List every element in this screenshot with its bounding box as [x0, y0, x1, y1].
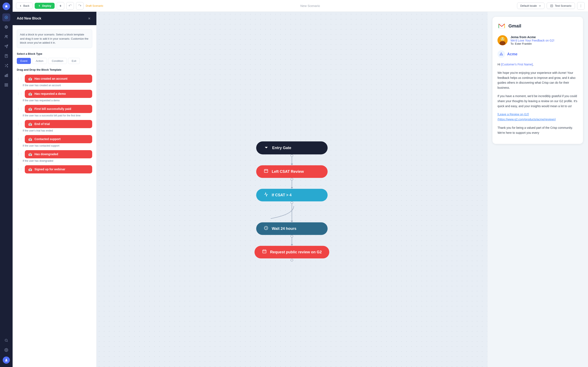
- canvas-flow: Entry Gate Left CSAT Review: [255, 141, 329, 261]
- sidebar: [0, 0, 13, 367]
- canvas[interactable]: Entry Gate Left CSAT Review: [97, 12, 487, 367]
- node-entry-gate[interactable]: Entry Gate: [256, 141, 328, 154]
- block-item-signed-up-webinar[interactable]: 📅 Signed up for webinar: [25, 165, 92, 174]
- calendar-icon-6: 📅: [28, 152, 32, 156]
- lightning-button[interactable]: [57, 2, 64, 10]
- drag-handle-contacted-support[interactable]: ⋮⋮: [17, 137, 23, 141]
- calendar-icon-1: 📅: [28, 77, 32, 81]
- block-hint-has-created-account: If the user has created an account: [23, 84, 92, 87]
- tab-condition[interactable]: Condition: [48, 58, 67, 64]
- locale-selector[interactable]: Default locale: [517, 2, 545, 9]
- connector-3: [291, 201, 293, 222]
- svg-rect-7: [6, 75, 7, 77]
- sender-subject: We'd Love Your Feedback on G2!: [510, 39, 578, 42]
- gmail-logo-icon: [497, 22, 506, 30]
- node-wait-24[interactable]: Wait 24 hours: [256, 222, 328, 235]
- sidebar-item-home[interactable]: [2, 13, 10, 21]
- sidebar-item-users[interactable]: [2, 33, 10, 41]
- sender-info: Jema from Acme We'd Love Your Feedback o…: [510, 35, 578, 45]
- undo-button[interactable]: [66, 2, 74, 10]
- more-options-button[interactable]: [577, 2, 585, 10]
- connector-2: [291, 178, 293, 189]
- svg-point-30: [501, 54, 502, 55]
- node-entry-label: Entry Gate: [272, 146, 291, 150]
- review-link[interactable]: [Leave a Review on G2](https://www.g2.co…: [497, 113, 556, 121]
- back-label: Back: [23, 4, 29, 7]
- sidebar-item-shuffle[interactable]: [2, 62, 10, 70]
- customer-var: [Customer's First Name]: [501, 63, 533, 66]
- left-panel: Add New Block Add a block to your scenar…: [13, 12, 97, 367]
- node-left-csat[interactable]: Left CSAT Review: [256, 165, 328, 178]
- right-panel: Gmail: [487, 12, 588, 367]
- wait-icon: [264, 226, 268, 232]
- condition-icon: [264, 192, 268, 198]
- block-label-has-requested-demo: Has requested a demo: [35, 92, 66, 95]
- block-label-end-of-trial: End of trial: [35, 122, 50, 126]
- block-label-contacted-support: Contacted support: [35, 137, 61, 141]
- connector-1: [291, 154, 293, 165]
- svg-point-26: [500, 41, 505, 45]
- block-wrapper-has-downgraded: ⋮⋮ 📅 Has downgraded If the user has down…: [17, 150, 92, 162]
- block-item-first-bill-paid[interactable]: 📅 First bill successfully paid: [25, 105, 92, 113]
- svg-point-1: [6, 17, 7, 18]
- node-wrapper-wait-24: Wait 24 hours: [256, 222, 328, 235]
- block-item-has-requested-demo[interactable]: 📅 Has requested a demo: [25, 90, 92, 98]
- to-label: To:: [510, 42, 514, 45]
- tab-exit[interactable]: Exit: [68, 58, 80, 64]
- sender-avatar: [497, 35, 508, 45]
- panel-hint: Add a block to your scenario. Select a b…: [17, 29, 92, 48]
- block-hint-first-bill-paid: If the user has a successful bill paid f…: [23, 114, 92, 117]
- drag-handle-has-created-account[interactable]: ⋮⋮: [17, 77, 23, 80]
- svg-rect-12: [7, 85, 8, 86]
- svg-point-18: [581, 6, 581, 6]
- tab-action[interactable]: Action: [32, 58, 47, 64]
- sidebar-avatar[interactable]: [3, 357, 10, 364]
- sidebar-item-search[interactable]: [2, 336, 10, 344]
- email-body-p3: Thank you for being a valued part of the…: [497, 125, 578, 135]
- block-hint-has-requested-demo: If the user has requested a demo: [23, 99, 92, 102]
- close-panel-button[interactable]: [86, 16, 92, 21]
- drag-handle-first-bill-paid[interactable]: ⋮⋮: [17, 107, 23, 110]
- review-icon: [262, 249, 267, 255]
- block-wrapper-contacted-support: ⋮⋮ 📅 Contacted support If the user has c…: [17, 135, 92, 147]
- app: Back Deploy Draft Scenario New Scenario …: [13, 0, 588, 367]
- panel-title: Add New Block: [17, 17, 41, 20]
- tab-event[interactable]: Event: [17, 58, 31, 64]
- acme-icon: [497, 50, 505, 58]
- svg-point-14: [6, 350, 7, 351]
- node-wait-24-label: Wait 24 hours: [272, 226, 296, 231]
- svg-point-13: [5, 339, 7, 342]
- block-item-has-created-account[interactable]: 📅 Has created an account: [25, 75, 92, 83]
- sidebar-item-grid[interactable]: [2, 81, 10, 89]
- node-wrapper-entry: Entry Gate: [256, 141, 328, 154]
- svg-point-29: [503, 39, 504, 39]
- sidebar-item-chart[interactable]: [2, 71, 10, 79]
- sidebar-item-doc[interactable]: [2, 52, 10, 60]
- gmail-title: Gmail: [508, 23, 521, 29]
- drag-handle-has-requested-demo[interactable]: ⋮⋮: [17, 92, 23, 95]
- sidebar-item-globe[interactable]: [2, 23, 10, 31]
- redo-button[interactable]: [76, 2, 84, 10]
- svg-rect-22: [263, 250, 266, 253]
- calendar-icon-2: 📅: [28, 92, 32, 96]
- node-request-review[interactable]: Request public review on G2: [255, 246, 329, 258]
- drag-handle-has-downgraded[interactable]: ⋮⋮: [17, 152, 23, 156]
- deploy-button[interactable]: Deploy: [35, 3, 55, 9]
- sidebar-item-send[interactable]: [2, 42, 10, 50]
- block-label-first-bill-paid: First bill successfully paid: [35, 107, 71, 110]
- drag-handle-signed-up-webinar[interactable]: ⋮⋮: [17, 167, 23, 171]
- sidebar-item-settings[interactable]: [2, 346, 10, 354]
- drag-handle-end-of-trial[interactable]: ⋮⋮: [17, 122, 23, 126]
- block-item-contacted-support[interactable]: 📅 Contacted support: [25, 135, 92, 143]
- greeting-text: Hi: [497, 63, 500, 66]
- node-wrapper-request-review: Request public review on G2: [255, 246, 329, 258]
- acme-brand-name: Acme: [507, 52, 518, 56]
- test-scenario-button[interactable]: Test Scenario: [547, 2, 575, 9]
- back-button[interactable]: Back: [16, 2, 33, 9]
- block-item-has-downgraded[interactable]: 📅 Has downgraded: [25, 150, 92, 158]
- calendar-icon-3: 📅: [28, 107, 32, 111]
- svg-rect-10: [7, 83, 8, 84]
- draft-label: Draft Scenario: [86, 4, 103, 7]
- node-if-csat[interactable]: If CSAT > 4: [256, 189, 328, 201]
- block-item-end-of-trial[interactable]: 📅 End of trial: [25, 120, 92, 128]
